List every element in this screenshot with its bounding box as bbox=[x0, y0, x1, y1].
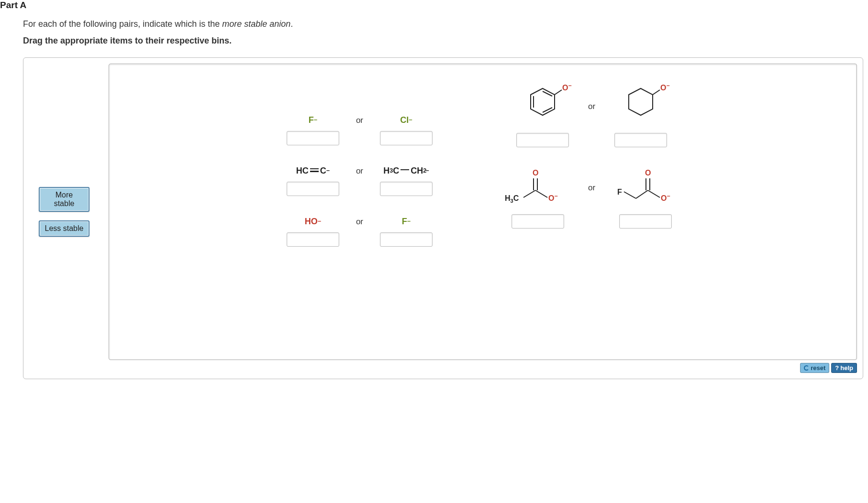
formula-HO-minus: HO− bbox=[305, 215, 321, 228]
part-header: Part A bbox=[0, 0, 868, 19]
question-emphasis: more stable anion bbox=[222, 19, 290, 29]
left-pairs: F− or Cl− HCC− bbox=[284, 114, 435, 247]
structure-fluoroacetate: F O O− bbox=[610, 166, 681, 209]
pair-item-F-minus-2[interactable]: F− bbox=[378, 215, 435, 247]
help-label: help bbox=[840, 364, 853, 372]
pair-row: HO− or F− bbox=[284, 215, 435, 247]
drag-canvas[interactable]: F− or Cl− HCC− bbox=[109, 64, 857, 360]
svg-line-2 bbox=[543, 91, 552, 96]
svg-text:O−: O− bbox=[661, 193, 670, 202]
or-label: or bbox=[585, 183, 598, 193]
pair-item-HO-minus[interactable]: HO− bbox=[284, 215, 342, 247]
dropzone[interactable] bbox=[614, 133, 667, 147]
dropzone[interactable] bbox=[287, 182, 339, 196]
svg-line-3 bbox=[543, 108, 552, 112]
dropzone[interactable] bbox=[287, 131, 339, 145]
pair-item-Cl-minus[interactable]: Cl− bbox=[378, 114, 435, 145]
dropzone[interactable] bbox=[516, 133, 569, 147]
pair-item-cyclohexoxide[interactable]: O− bbox=[610, 85, 672, 147]
or-label: or bbox=[353, 116, 366, 125]
pair-item-acetylide[interactable]: HCC− bbox=[284, 164, 342, 196]
formula-ethyl-anion: H3CCH2− bbox=[383, 164, 429, 177]
dropzone[interactable] bbox=[380, 131, 433, 145]
svg-line-17 bbox=[624, 192, 636, 198]
pair-item-ethyl-anion[interactable]: H3CCH2− bbox=[378, 164, 435, 196]
svg-line-4 bbox=[555, 90, 562, 95]
footer-buttons: reset ? help bbox=[29, 363, 857, 373]
reset-button[interactable]: reset bbox=[800, 363, 829, 373]
help-icon: ? bbox=[835, 364, 839, 372]
structure-phenoxide: O− bbox=[512, 85, 574, 128]
bin-more-stable[interactable]: More stable bbox=[39, 187, 89, 212]
question-text: For each of the following pairs, indicat… bbox=[23, 19, 868, 29]
svg-marker-6 bbox=[629, 88, 653, 115]
svg-text:F: F bbox=[617, 188, 622, 196]
svg-text:O−: O− bbox=[548, 193, 557, 202]
svg-text:H3C: H3C bbox=[505, 194, 519, 204]
triple-bond-icon bbox=[310, 168, 319, 172]
single-bond-icon bbox=[401, 169, 409, 170]
reset-label: reset bbox=[811, 364, 825, 372]
formula-F-minus: F− bbox=[309, 114, 317, 126]
svg-line-10 bbox=[523, 190, 535, 197]
bin-less-stable[interactable]: Less stable bbox=[39, 220, 89, 237]
pair-item-F-minus[interactable]: F− bbox=[284, 114, 342, 145]
dropzone[interactable] bbox=[380, 232, 433, 247]
or-label: or bbox=[353, 166, 366, 176]
svg-text:O: O bbox=[645, 169, 651, 177]
question-prefix: For each of the following pairs, indicat… bbox=[23, 19, 222, 29]
pair-item-phenoxide[interactable]: O− bbox=[512, 85, 574, 147]
pair-row: HCC− or H3CCH2− bbox=[284, 164, 435, 196]
pair-row: F− or Cl− bbox=[284, 114, 435, 145]
help-button[interactable]: ? help bbox=[831, 363, 857, 373]
structure-cyclohexoxide: O− bbox=[610, 85, 672, 128]
svg-text:O: O bbox=[533, 169, 538, 177]
pair-item-fluoroacetate[interactable]: F O O− bbox=[610, 166, 681, 229]
dropzone[interactable] bbox=[619, 214, 672, 229]
dropzone[interactable] bbox=[287, 232, 339, 247]
formula-acetylide: HCC− bbox=[296, 164, 330, 177]
svg-marker-0 bbox=[531, 88, 555, 115]
formula-F-minus-2: F− bbox=[402, 215, 411, 228]
right-pairs: O− or O− bbox=[502, 85, 681, 229]
question-suffix: . bbox=[290, 19, 293, 29]
instruction-text: Drag the appropriate items to their resp… bbox=[23, 36, 868, 46]
formula-Cl-minus: Cl− bbox=[400, 114, 412, 126]
dropzone[interactable] bbox=[512, 214, 564, 229]
svg-text:O−: O− bbox=[660, 83, 669, 92]
reset-icon bbox=[804, 365, 809, 371]
svg-line-11 bbox=[535, 190, 547, 197]
svg-line-19 bbox=[648, 190, 660, 197]
or-label: or bbox=[353, 217, 366, 227]
pair-row: H3C O O− or bbox=[502, 166, 681, 229]
svg-line-7 bbox=[653, 90, 660, 95]
activity-panel: More stable Less stable F− or Cl− bbox=[23, 57, 863, 379]
or-label: or bbox=[585, 102, 598, 111]
svg-text:O−: O− bbox=[562, 83, 571, 92]
pair-row: O− or O− bbox=[502, 85, 681, 147]
dropzone[interactable] bbox=[380, 182, 433, 196]
pair-item-acetate[interactable]: H3C O O− bbox=[502, 166, 574, 229]
svg-line-18 bbox=[636, 190, 648, 198]
bin-column: More stable Less stable bbox=[39, 187, 89, 237]
structure-acetate: H3C O O− bbox=[502, 166, 574, 209]
